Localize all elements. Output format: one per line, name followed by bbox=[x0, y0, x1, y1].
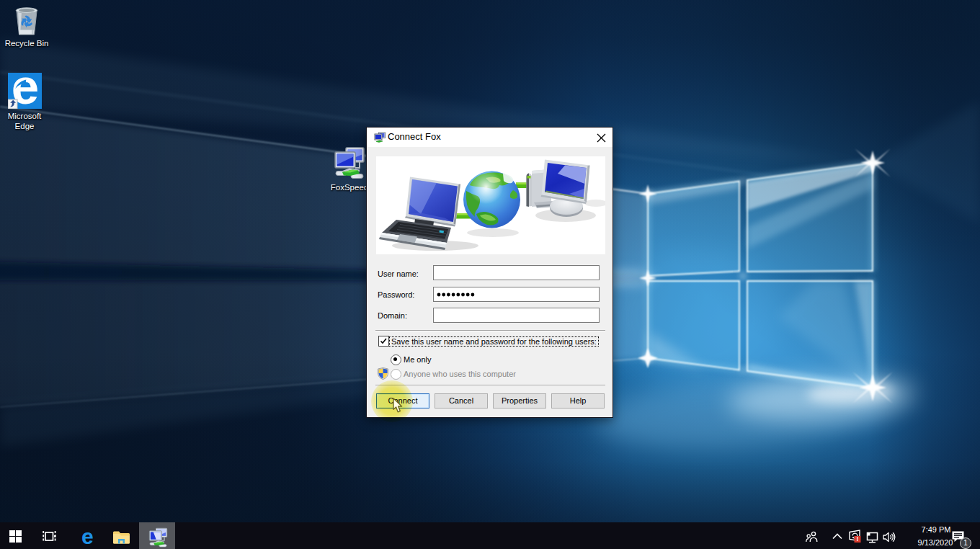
svg-text:!: ! bbox=[857, 535, 859, 543]
svg-text:e: e bbox=[81, 530, 94, 546]
